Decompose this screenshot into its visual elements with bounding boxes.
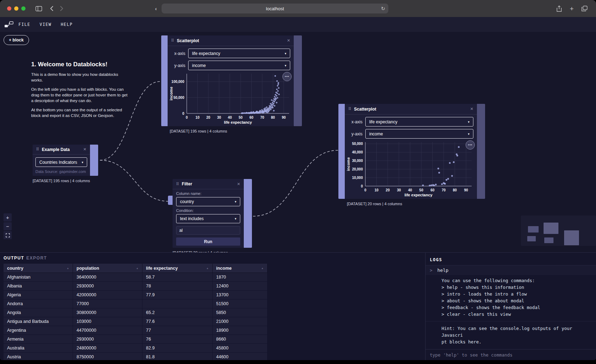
column-header-label: country <box>7 266 23 271</box>
forward-icon[interactable] <box>60 6 63 11</box>
table-cell: 51500 <box>213 299 268 308</box>
chevron-down-icon: ▾ <box>235 200 236 203</box>
chart-menu-button[interactable]: ••• <box>466 140 475 150</box>
address-bar[interactable]: localhost ↻ <box>162 4 388 13</box>
drag-handle-icon[interactable]: ⠿ <box>348 107 351 111</box>
run-button[interactable]: Run <box>176 237 240 246</box>
x-axis-select[interactable]: life expectancy ▾ <box>188 49 290 58</box>
x-axis-label: x-axis <box>348 119 362 124</box>
input-handle[interactable] <box>338 104 345 199</box>
svg-text:40: 40 <box>228 116 232 119</box>
column-header[interactable]: income▲ <box>213 264 268 273</box>
menu-help[interactable]: HELP <box>61 22 73 27</box>
share-icon[interactable] <box>556 5 562 12</box>
node-title: Scatterplot <box>177 38 284 43</box>
fullscreen-window-button[interactable] <box>21 6 26 11</box>
reload-icon[interactable]: ↻ <box>381 6 385 11</box>
condition-label: Condition: <box>176 208 240 213</box>
minimap[interactable] <box>521 215 596 246</box>
table-cell: 13700 <box>213 291 268 299</box>
column-select[interactable]: country ▾ <box>176 197 240 206</box>
text-line: pt blocks here. <box>442 338 592 345</box>
table-cell: 8660 <box>213 335 268 343</box>
node-example-data[interactable]: ⠿ Example Data ✕ Countries Indicators ▾ … <box>33 145 98 176</box>
sort-asc-icon[interactable]: ▲ <box>206 267 209 269</box>
log-command: help <box>437 268 448 273</box>
node-scatterplot-1[interactable]: ⠿ Scatterplot ✕ x-axis life expectancy ▾… <box>161 35 302 126</box>
svg-text:20: 20 <box>386 188 390 192</box>
zoom-out-button[interactable]: − <box>4 222 12 230</box>
filter-query-input[interactable] <box>176 226 240 235</box>
output-handle[interactable] <box>477 104 485 199</box>
table-cell: 8750000 <box>73 353 142 360</box>
column-header[interactable]: life expectancy▲ <box>142 264 213 273</box>
sort-asc-icon[interactable]: ▲ <box>67 267 69 269</box>
table-cell: 36400000 <box>73 273 142 281</box>
output-handle[interactable] <box>90 145 98 176</box>
text-line: > help - shows this information <box>442 284 592 291</box>
table-row: Angola3080000065.25850 <box>4 308 268 317</box>
canvas-controls: + − <box>4 213 12 239</box>
tab-output[interactable]: OUTPUT <box>4 256 24 261</box>
dataset-select[interactable]: Countries Indicators ▾ <box>35 157 87 167</box>
fit-view-button[interactable] <box>4 231 12 239</box>
zoom-in-button[interactable]: + <box>4 213 12 222</box>
drag-handle-icon[interactable]: ⠿ <box>171 39 174 43</box>
table-cell: 77.6 <box>142 317 213 326</box>
table-row: Afghanistan3640000058.71870 <box>4 273 268 282</box>
privacy-shield-icon[interactable]: ◐ <box>155 6 158 12</box>
svg-text:100,000: 100,000 <box>172 80 185 84</box>
table-cell: Argentina <box>4 326 73 335</box>
condition-select[interactable]: text includes ▾ <box>176 214 240 223</box>
svg-text:30,000: 30,000 <box>352 159 363 163</box>
svg-text:20: 20 <box>206 116 210 119</box>
sort-asc-icon[interactable]: ▲ <box>136 267 139 269</box>
close-window-button[interactable] <box>7 6 11 11</box>
menu-view[interactable]: VIEW <box>40 22 52 27</box>
table-row: Austria875000081.844600 <box>4 353 268 360</box>
back-icon[interactable] <box>50 6 54 11</box>
text-line: > intro - loads the intro a flow <box>442 291 592 297</box>
y-axis-select[interactable]: income ▾ <box>188 61 290 70</box>
minimize-window-button[interactable] <box>14 6 18 11</box>
close-icon[interactable]: ✕ <box>470 107 473 111</box>
menu-file[interactable]: FILE <box>18 22 30 27</box>
y-axis-label: y-axis <box>348 131 362 136</box>
new-tab-icon[interactable]: + <box>570 5 574 12</box>
table-row: Andorra7700051500 <box>4 299 268 308</box>
column-header[interactable]: country▲ <box>4 264 73 273</box>
flow-canvas[interactable]: + block 1. Welcome to Datablocks! This i… <box>0 32 596 252</box>
chart-menu-button[interactable]: ••• <box>282 72 292 81</box>
y-axis-select[interactable]: income ▾ <box>365 129 473 139</box>
tab-overview-icon[interactable] <box>581 6 587 11</box>
table-cell: 65.2 <box>142 308 213 317</box>
svg-text:50: 50 <box>419 188 423 192</box>
drag-handle-icon[interactable]: ⠿ <box>36 147 39 151</box>
table-cell: 77000 <box>73 299 142 308</box>
svg-text:40,000: 40,000 <box>352 150 363 154</box>
text-line: Hint: You can see the console.log output… <box>442 325 592 338</box>
close-icon[interactable]: ✕ <box>237 182 240 186</box>
tab-export[interactable]: EXPORT <box>26 256 47 261</box>
add-block-button[interactable]: + block <box>4 35 29 45</box>
column-header[interactable]: population▲ <box>73 264 142 273</box>
node-scatterplot-2[interactable]: ⠿ Scatterplot ✕ x-axis life expectancy ▾… <box>338 104 485 199</box>
chevron-down-icon: ▾ <box>81 161 83 164</box>
output-handle[interactable] <box>244 179 252 248</box>
drag-handle-icon[interactable]: ⠿ <box>176 182 179 186</box>
sidebar-toggle-icon[interactable] <box>35 6 42 11</box>
close-icon[interactable]: ✕ <box>83 147 86 152</box>
svg-text:80: 80 <box>271 116 275 119</box>
svg-text:10: 10 <box>375 188 379 192</box>
bottom-panels: OUTPUT EXPORT country▲population▲life ex… <box>0 252 596 360</box>
output-table: country▲population▲life expectancy▲incom… <box>4 264 268 360</box>
x-axis-select[interactable]: life expectancy ▾ <box>365 117 473 127</box>
node-filter[interactable]: ⠿ Filter ✕ Column name: country ▾ Condit… <box>173 179 252 248</box>
svg-text:50,000: 50,000 <box>173 96 184 100</box>
sort-asc-icon[interactable]: ▲ <box>261 267 264 269</box>
welcome-title: 1. Welcome to Datablocks! <box>31 61 129 68</box>
output-handle[interactable] <box>294 35 302 126</box>
close-icon[interactable]: ✕ <box>287 38 290 43</box>
logs-command-input[interactable] <box>426 349 596 360</box>
input-handle[interactable] <box>161 35 168 126</box>
